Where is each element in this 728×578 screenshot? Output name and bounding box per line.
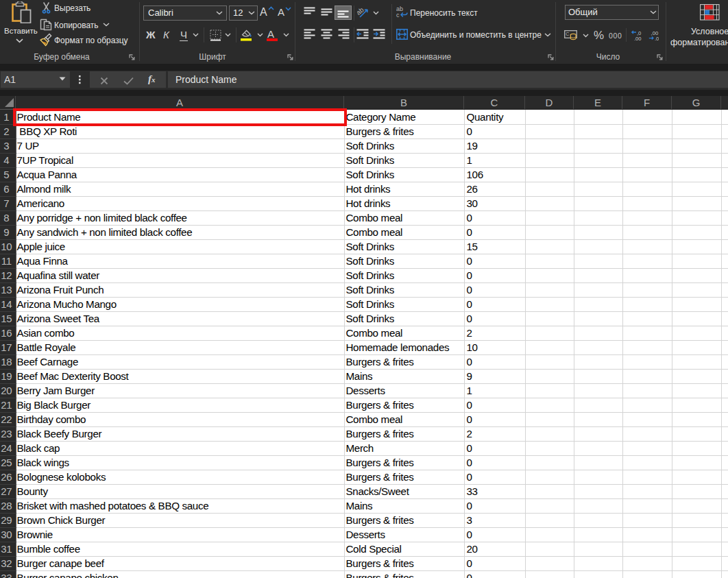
svg-text:C: C [566,32,569,36]
svg-text:,00: ,00 [634,36,642,41]
svg-text:,0: ,0 [655,36,659,41]
svg-text:c: c [396,12,400,19]
